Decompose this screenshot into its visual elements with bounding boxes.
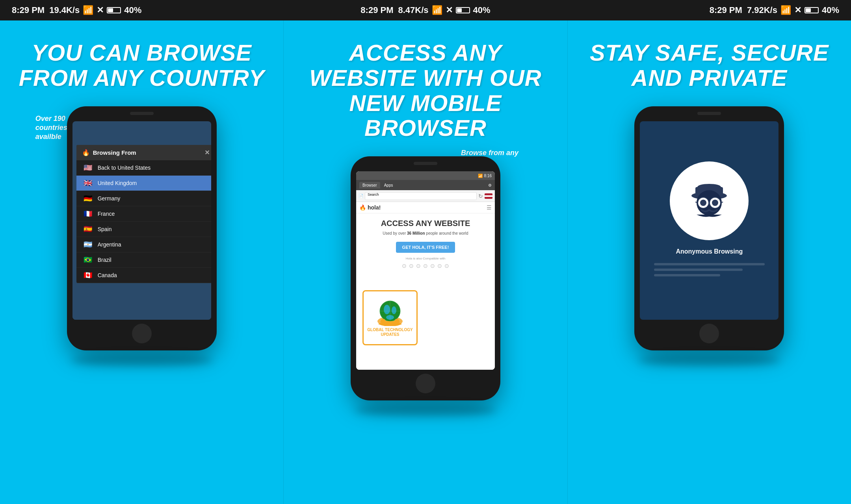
status-icons-3: 7.92K/s 📶 ✕ 40% xyxy=(747,5,839,15)
battery-1 xyxy=(107,7,121,13)
wifi-icon-1: 📶 xyxy=(83,5,93,15)
svg-point-3 xyxy=(384,305,390,314)
phone-shadow-2 xyxy=(355,404,496,416)
phone-home-btn-1[interactable] xyxy=(132,324,152,343)
spy-icon xyxy=(684,175,735,226)
compatible-text: Hola is also Compatible with xyxy=(406,257,446,260)
browsing-from-modal: 🔥 Browsing From ✕ 🇺🇸 Back to United Stat… xyxy=(76,145,211,283)
anon-line-2 xyxy=(654,269,743,271)
anon-lines xyxy=(654,263,765,280)
flag-br: 🇧🇷 xyxy=(82,256,94,264)
country-us-label: Back to United States xyxy=(98,165,151,171)
flag-fr: 🇫🇷 xyxy=(82,210,94,218)
status-section-1: 8:29 PM 19.4K/s 📶 ✕ 40% xyxy=(12,5,141,15)
compat-apple: ⊙ xyxy=(444,263,449,269)
country-ca[interactable]: 🇨🇦 Canada xyxy=(76,268,211,283)
hola-main-title: ACCESS ANY WEBSITE xyxy=(381,219,470,228)
speed-2: 8.47K/s xyxy=(398,5,429,15)
status-bar: 8:29 PM 19.4K/s 📶 ✕ 40% 8:29 PM 8.47K/s … xyxy=(0,0,851,20)
hola-logo-bar: 🔥 hola! ☰ xyxy=(356,202,495,213)
panel3-title: STAY SAFE, SECURE AND PRIVATE xyxy=(580,40,839,91)
phone-screen-1: 🔥 Browsing From ✕ 🇺🇸 Back to United Stat… xyxy=(72,121,211,320)
country-de[interactable]: 🇩🇪 Germany xyxy=(76,191,211,206)
compat-ie: ⊙ xyxy=(416,263,421,269)
hola-subtitle: Used by over 36 Million people around th… xyxy=(383,231,468,236)
browser-url-bar: 📄 Search ↻ xyxy=(356,190,495,202)
status-section-3: 8:29 PM 7.92K/s 📶 ✕ 40% xyxy=(710,5,839,15)
phone-shadow-3 xyxy=(638,354,780,366)
global-tech-text: GLOBAL TECHNOLOGY UPDATES xyxy=(367,328,413,337)
panel2-content: Browse from any country ↩ 📶 8:16 Browser xyxy=(351,156,500,416)
browser-tab-bar: Browser Apps ⚙ xyxy=(356,180,495,190)
browser-status-bar: 📶 8:16 xyxy=(356,171,495,180)
phone-frame-2: 📶 8:16 Browser Apps ⚙ 📄 xyxy=(351,156,500,400)
speed-3: 7.92K/s xyxy=(747,5,777,15)
country-uk-label: United Kingdom xyxy=(98,180,137,186)
panel1-title: YOU CAN BROWSE FROM ANY COUNTRY xyxy=(12,40,271,91)
battery-3 xyxy=(805,7,819,13)
panel2-title: ACCESS ANY WEBSITE WITH OUR NEW MOBILE B… xyxy=(295,40,555,141)
phone-frame-3: Anonymous Browsing xyxy=(634,106,784,350)
settings-icon[interactable]: ⚙ xyxy=(488,183,492,187)
apps-tab[interactable]: Apps xyxy=(384,183,393,187)
signal-icon-2: ✕ xyxy=(446,5,453,15)
url-input[interactable]: Search xyxy=(365,192,477,200)
panel-browse-country: YOU CAN BROWSE FROM ANY COUNTRY Over 190… xyxy=(0,20,284,504)
modal-header: 🔥 Browsing From ✕ xyxy=(76,145,211,160)
battery-2 xyxy=(456,7,470,13)
hola-text: hola! xyxy=(368,204,381,211)
country-ar[interactable]: 🇦🇷 Argentina xyxy=(76,237,211,252)
phone-home-btn-2[interactable] xyxy=(416,374,435,393)
time-1: 8:29 PM xyxy=(12,5,45,15)
page-icon: 📄 xyxy=(359,194,363,198)
phone-home-btn-3[interactable] xyxy=(699,324,719,343)
browser-time: 8:16 xyxy=(484,174,492,178)
hola-cta-button[interactable]: GET HOLA, IT'S FREE! xyxy=(396,242,455,253)
browser-wifi: 📶 xyxy=(478,174,483,178)
country-fr-label: France xyxy=(98,211,115,217)
phone-speaker-2 xyxy=(414,162,437,165)
us-flag-browser xyxy=(485,193,492,199)
compat-icons: ⊙ ⊙ ⊙ ⊙ ⊙ ⊙ ⊙ xyxy=(402,263,449,269)
flag-us: 🇺🇸 xyxy=(82,164,94,172)
flag-uk: 🇬🇧 xyxy=(82,179,94,187)
phone-bg-1: 🔥 Browsing From ✕ 🇺🇸 Back to United Stat… xyxy=(72,145,211,320)
country-ca-label: Canada xyxy=(98,272,117,278)
status-icons-2: 8.47K/s 📶 ✕ 40% xyxy=(398,5,491,15)
global-tech-logo: GLOBAL TECHNOLOGY UPDATES xyxy=(362,290,418,345)
compat-tablet: ⊙ xyxy=(430,263,435,269)
refresh-icon[interactable]: ↻ xyxy=(478,193,483,199)
close-modal-button[interactable]: ✕ xyxy=(204,149,210,156)
browser-tab[interactable]: Browser xyxy=(359,182,380,189)
status-icons-1: 19.4K/s 📶 ✕ 40% xyxy=(49,5,141,15)
panel1-content: Over 190 countries availble ↪ 🔥 Browsing… xyxy=(67,106,217,366)
phone-frame-1: 🔥 Browsing From ✕ 🇺🇸 Back to United Stat… xyxy=(67,106,217,350)
globe-svg xyxy=(374,298,406,326)
time-3: 8:29 PM xyxy=(710,5,742,15)
flag-de: 🇩🇪 xyxy=(82,195,94,202)
country-ar-label: Argentina xyxy=(98,241,121,248)
flag-es: 🇪🇸 xyxy=(82,225,94,233)
country-us[interactable]: 🇺🇸 Back to United States xyxy=(76,160,211,176)
svg-point-4 xyxy=(392,306,396,314)
flame-icon: 🔥 xyxy=(82,149,90,156)
compat-windows: ⊙ xyxy=(437,263,442,269)
compat-firefox: ⊙ xyxy=(409,263,414,269)
country-uk[interactable]: 🇬🇧 United Kingdom xyxy=(76,176,211,191)
hola-flame: 🔥 xyxy=(359,204,366,211)
anon-circle xyxy=(670,161,749,240)
wifi-icon-2: 📶 xyxy=(432,5,442,15)
signal-icon-1: ✕ xyxy=(97,5,104,15)
country-es[interactable]: 🇪🇸 Spain xyxy=(76,222,211,237)
svg-point-11 xyxy=(697,184,721,190)
menu-icon[interactable]: ☰ xyxy=(487,204,492,211)
panel-browser: ACCESS ANY WEBSITE WITH OUR NEW MOBILE B… xyxy=(284,20,567,504)
flag-ca: 🇨🇦 xyxy=(82,271,94,279)
wifi-icon-3: 📶 xyxy=(780,5,791,15)
browsing-from-label: Browsing From xyxy=(93,149,136,156)
anon-screen: Anonymous Browsing xyxy=(640,121,779,320)
panel-anonymous: STAY SAFE, SECURE AND PRIVATE xyxy=(568,20,851,504)
country-fr[interactable]: 🇫🇷 France xyxy=(76,206,211,222)
country-br-label: Brazil xyxy=(98,257,111,263)
country-br[interactable]: 🇧🇷 Brazil xyxy=(76,252,211,268)
